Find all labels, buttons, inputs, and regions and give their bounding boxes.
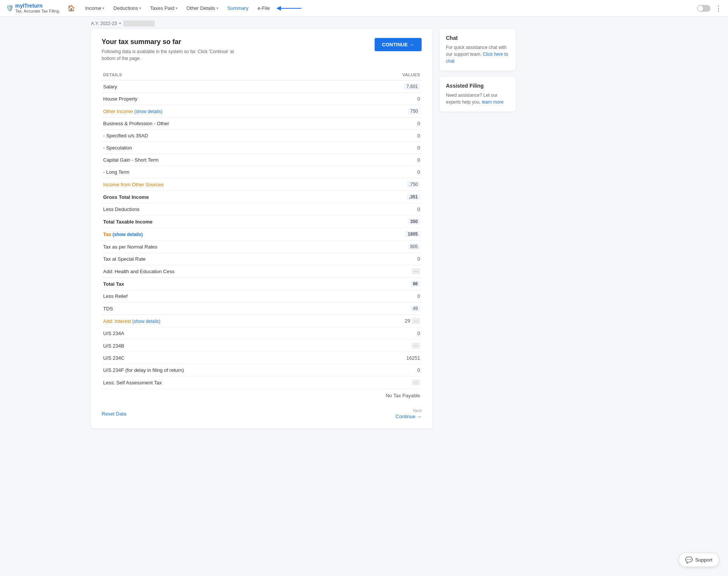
- tax-table: DETAILS VALUES Salary7,601House Property…: [102, 69, 422, 389]
- show-details-link[interactable]: (show details): [111, 232, 143, 237]
- show-details-link[interactable]: (show details): [133, 109, 162, 114]
- row-value: 0: [417, 133, 420, 138]
- right-sidebar: Chat For quick assistance chat with our …: [440, 29, 516, 428]
- home-icon[interactable]: 🏠: [67, 5, 75, 12]
- ay-label: A.Y. 2022-23: [91, 21, 117, 26]
- row-value: 16251: [406, 355, 420, 361]
- chat-card: Chat For quick assistance chat with our …: [440, 29, 516, 71]
- assisted-text: Need assistance? Let our experts help yo…: [446, 92, 510, 105]
- tax-summary-card: Your tax summary so far Following data i…: [91, 29, 432, 428]
- row-value: 0: [417, 293, 420, 299]
- value-pill: ,750: [407, 181, 420, 187]
- chevron-down-icon: ▾: [102, 6, 104, 10]
- summary-text: Your tax summary so far Following data i…: [102, 38, 246, 62]
- summary-header: Your tax summary so far Following data i…: [102, 38, 422, 62]
- toggle-switch[interactable]: [697, 5, 711, 12]
- row-label: - Long Term: [103, 169, 129, 175]
- value-gray-pill: ···: [412, 379, 420, 386]
- nav-item-other-details[interactable]: Other Details ▾: [183, 3, 222, 13]
- col-values: VALUES: [358, 69, 422, 80]
- row-label: - Speculation: [103, 145, 132, 151]
- value-pill: 750: [408, 108, 420, 114]
- row-label: Gross Total Income: [103, 194, 149, 200]
- user-name: user: [123, 20, 155, 27]
- row-label: Salary: [103, 84, 117, 90]
- table-row: - Long Term0: [102, 166, 422, 178]
- value-pill: 1805: [405, 231, 420, 237]
- app-logo: 🛡️ myITreturn Tax. Accurate Tax Filing.: [6, 3, 60, 13]
- table-row: U/S 234A0: [102, 327, 422, 340]
- table-row: Less: Self Assessment Tax···: [102, 376, 422, 389]
- nav-item-income[interactable]: Income ▾: [81, 3, 108, 13]
- reset-data-link[interactable]: Reset Data: [102, 411, 126, 417]
- value-inline-pill: ···: [412, 318, 420, 324]
- table-row: Total Taxable Income350: [102, 216, 422, 228]
- navbar: 🛡️ myITreturn Tax. Accurate Tax Filing. …: [0, 0, 728, 17]
- row-label: U/S 234A: [103, 330, 124, 336]
- row-label: Tax: [103, 231, 111, 237]
- summary-subtitle: Following data is available in the syste…: [102, 48, 246, 62]
- row-value: 0: [417, 121, 420, 126]
- table-row: Capital Gain - Short Term0: [102, 154, 422, 166]
- breadcrumb: A.Y. 2022-23 • user: [0, 17, 728, 29]
- nav-menu: Income ▾ Deductions ▾ Taxes Paid ▾ Other…: [81, 3, 697, 13]
- nav-item-deductions[interactable]: Deductions ▾: [110, 3, 145, 13]
- table-row: U/S 234F (for delay in filing of return)…: [102, 364, 422, 376]
- next-label: Next: [395, 408, 422, 413]
- row-value: 0: [417, 96, 420, 102]
- value-gray-pill: ···: [412, 343, 420, 349]
- next-continue-link[interactable]: Continue →: [395, 414, 422, 419]
- table-row: Less Relief0: [102, 290, 422, 302]
- row-label: Total Tax: [103, 281, 124, 287]
- table-row: House Property0: [102, 93, 422, 105]
- left-arrow-icon: [277, 5, 303, 11]
- value-pill: 805: [408, 244, 420, 250]
- row-value: 0: [417, 145, 420, 151]
- row-value: 0: [417, 367, 420, 373]
- row-label: U/S 234F (for delay in filing of return): [103, 367, 184, 373]
- continue-button[interactable]: CONTINUE →: [375, 38, 422, 51]
- row-value: 0: [417, 330, 420, 336]
- row-value: 0: [417, 169, 420, 175]
- row-label: Tax as per Normal Rates: [103, 244, 157, 250]
- table-row: Other Income (show details)750: [102, 105, 422, 118]
- learn-more-link[interactable]: learn more: [482, 99, 504, 105]
- row-label: - Specified u/s 35AD: [103, 133, 148, 138]
- logo-tagline: Tax. Accurate Tax Filing.: [15, 9, 60, 13]
- main-layout: Your tax summary so far Following data i…: [0, 29, 531, 444]
- next-section: Next Continue →: [395, 408, 422, 419]
- no-tax-payable: No Tax Payable: [102, 389, 422, 402]
- more-options-icon[interactable]: ⋮: [715, 4, 722, 13]
- table-row: Add: Health and Education Cess···: [102, 265, 422, 278]
- table-row: Salary7,601: [102, 80, 422, 93]
- table-row: Less Deductions0: [102, 203, 422, 216]
- row-label: Capital Gain - Short Term: [103, 157, 158, 163]
- value-pill: 7,601: [404, 83, 420, 90]
- row-value: 0: [417, 157, 420, 163]
- value-pill: 350: [408, 219, 420, 225]
- chevron-down-icon: ▾: [217, 6, 218, 10]
- show-details-link[interactable]: (show details): [131, 319, 160, 324]
- logo-name: myITreturn: [15, 3, 60, 9]
- chat-title: Chat: [446, 35, 510, 41]
- nav-item-summary[interactable]: Summary: [224, 3, 253, 13]
- value-gray-pill: ···: [412, 268, 420, 274]
- chat-text: For quick assistance chat with our suppo…: [446, 44, 510, 65]
- table-row: U/S 234C16251: [102, 352, 422, 364]
- table-row: - Speculation0: [102, 142, 422, 154]
- chevron-down-icon: ▾: [139, 6, 141, 10]
- table-row: Add: Interest (show details)29···: [102, 315, 422, 327]
- table-row: Income from Other Sources,750: [102, 178, 422, 191]
- nav-item-taxes-paid[interactable]: Taxes Paid ▾: [146, 3, 181, 13]
- row-label: Less Deductions: [103, 206, 140, 212]
- row-label: Total Taxable Income: [103, 219, 152, 225]
- nav-item-efile[interactable]: e-File: [254, 3, 274, 13]
- assisted-filing-card: Assisted Filing Need assistance? Let our…: [440, 77, 516, 112]
- row-label: Tax at Special Rate: [103, 256, 146, 262]
- navbar-right: ⋮: [697, 4, 722, 13]
- summary-title: Your tax summary so far: [102, 38, 246, 46]
- table-row: - Specified u/s 35AD0: [102, 130, 422, 142]
- row-label: Other Income: [103, 109, 133, 114]
- value-pill: 49: [411, 305, 420, 312]
- table-row: Tax at Special Rate0: [102, 253, 422, 265]
